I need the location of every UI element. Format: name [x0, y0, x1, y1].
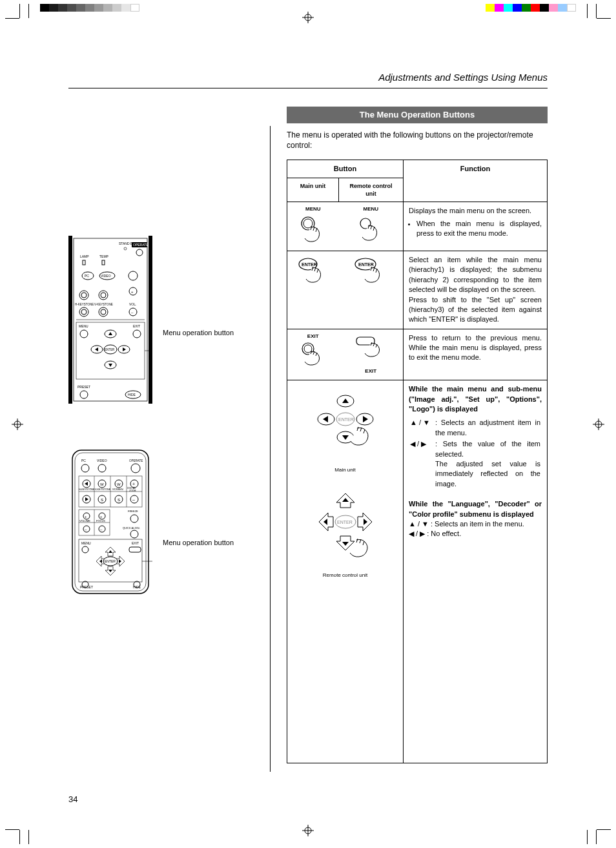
cursor-main-caption: Main unit — [293, 467, 398, 474]
svg-text:–: – — [85, 528, 87, 532]
svg-text:LAMP: LAMP — [80, 254, 89, 258]
up-down-arrow-icon: ▲ / ▼ — [409, 520, 431, 528]
svg-text:PC: PC — [85, 274, 89, 278]
svg-point-112 — [130, 515, 138, 522]
svg-marker-56 — [123, 347, 126, 351]
svg-text:ENTER: ENTER — [302, 262, 317, 267]
crop-mark — [5, 829, 19, 830]
svg-marker-50 — [108, 332, 112, 335]
left-right-arrow-icon: ◀ / ▶ — [410, 440, 426, 448]
svg-marker-91 — [85, 497, 88, 501]
svg-text:MENU: MENU — [79, 324, 88, 328]
section-intro: The menu is operated with the following … — [287, 130, 548, 150]
svg-text:EXIT: EXIT — [133, 324, 140, 328]
cursor-heading2: While the "Language", "Decoder" or "Colo… — [409, 499, 542, 519]
svg-text:TEMP: TEMP — [99, 254, 109, 258]
btn-main-exit-label: EXIT — [293, 333, 334, 340]
press-round-button-icon — [355, 214, 386, 244]
svg-text:QUICK ALIGN.: QUICK ALIGN. — [123, 526, 140, 530]
svg-point-132 — [303, 219, 313, 228]
function-table: Button Function Main unit Remote control… — [287, 160, 548, 763]
svg-point-139 — [304, 345, 312, 353]
svg-text:SCREEN: SCREEN — [112, 488, 123, 491]
table-row: MENU MENU Displays the main menu on the … — [287, 202, 548, 251]
cursor-desc: The adjusted set value is immediately re… — [435, 460, 540, 488]
crop-mark — [28, 830, 29, 844]
svg-rect-119 — [129, 547, 141, 552]
crop-mark — [28, 4, 29, 18]
svg-text:–: – — [131, 311, 134, 315]
svg-point-30 — [99, 291, 108, 300]
svg-text:H-KEYSTONE: H-KEYSTONE — [75, 303, 94, 306]
svg-text:VOLUME: VOLUME — [79, 519, 90, 522]
crop-mark — [597, 18, 611, 19]
svg-point-29 — [81, 293, 87, 298]
btn-remote-exit-label: EXIT — [344, 368, 398, 375]
remote-callout: Menu operation button — [163, 538, 234, 548]
svg-point-37 — [79, 307, 88, 316]
svg-text:–: – — [132, 497, 135, 502]
btn-remote-menu-label: MENU — [344, 206, 398, 213]
svg-rect-12 — [68, 236, 72, 404]
svg-text:FREEZE: FREEZE — [128, 510, 138, 513]
svg-point-28 — [79, 291, 88, 300]
registration-mark-icon — [593, 419, 604, 430]
color-bar — [486, 4, 576, 12]
th-button: Button — [287, 160, 404, 178]
remote-control-diagram: PCVIDEOOPERATE W W — [68, 449, 262, 597]
table-row: EXIT EXIT Press t — [287, 329, 548, 380]
th-function: Function — [404, 160, 548, 202]
th-remote: Remote control unit — [339, 178, 404, 202]
registration-mark-icon — [12, 419, 23, 430]
svg-text:–: – — [100, 528, 103, 532]
table-row: ENTER Main unit — [287, 380, 548, 763]
up-down-arrow-icon: ▲ / ▼ — [410, 419, 430, 426]
crop-mark — [19, 830, 20, 844]
crop-mark — [587, 830, 588, 844]
svg-text:W: W — [100, 482, 104, 486]
panel-callout: Menu operation button — [163, 328, 234, 338]
cursor-desc: : Selects an item in the menu. — [431, 520, 524, 528]
press-rect-button-icon — [353, 333, 389, 366]
svg-text:S: S — [101, 498, 103, 502]
svg-text:W: W — [117, 482, 121, 486]
svg-point-27 — [128, 271, 138, 280]
grayscale-bar — [40, 4, 139, 12]
press-round-button-icon — [298, 341, 329, 369]
svg-point-40 — [101, 309, 106, 315]
svg-rect-22 — [102, 260, 105, 265]
registration-mark-icon — [302, 12, 314, 23]
press-enter-button-icon: ENTER — [353, 255, 389, 287]
svg-text:ENTER: ENTER — [337, 520, 353, 524]
cursor-desc: : Selects an adjustment item in the menu… — [435, 418, 540, 438]
column-divider — [270, 126, 271, 772]
svg-text:MENU: MENU — [81, 541, 91, 545]
btn-main-menu-label: MENU — [293, 206, 334, 213]
cursor-keys-remote-icon: ENTER — [303, 490, 387, 567]
svg-point-15 — [124, 247, 127, 250]
svg-text:HIDE: HIDE — [128, 393, 136, 397]
crop-mark — [5, 18, 19, 19]
svg-text:PC: PC — [81, 459, 86, 462]
svg-point-70 — [98, 464, 106, 472]
svg-point-48 — [133, 330, 141, 338]
svg-text:+: + — [85, 515, 87, 519]
function-bullet: When the main menu is displayed, press t… — [416, 219, 542, 239]
svg-text:VOL.: VOL. — [129, 302, 136, 306]
svg-point-60 — [80, 391, 88, 398]
left-right-arrow-icon: ◀ / ▶ — [409, 530, 427, 537]
svg-text:VIDEO: VIDEO — [97, 459, 107, 462]
crop-mark — [596, 4, 597, 18]
function-text: Displays the main menu on the screen. — [409, 207, 531, 214]
section-title: The Menu Operation Buttons — [287, 107, 548, 123]
svg-text:EXIT: EXIT — [132, 541, 139, 545]
svg-point-114 — [130, 530, 138, 538]
cursor-desc: : Sets the value of the item selected. — [435, 440, 540, 457]
function-text: Select an item while the main menu (hier… — [409, 255, 542, 295]
running-head: Adjustments and Settings Using Menus — [68, 71, 548, 88]
svg-text:FOCUS: FOCUS — [96, 519, 105, 522]
svg-marker-58 — [108, 364, 112, 367]
table-row: ENTER ENTER — [287, 251, 548, 329]
crop-mark — [596, 830, 597, 844]
cursor-heading1: While the main menu and sub-menu ("Image… — [409, 384, 542, 414]
